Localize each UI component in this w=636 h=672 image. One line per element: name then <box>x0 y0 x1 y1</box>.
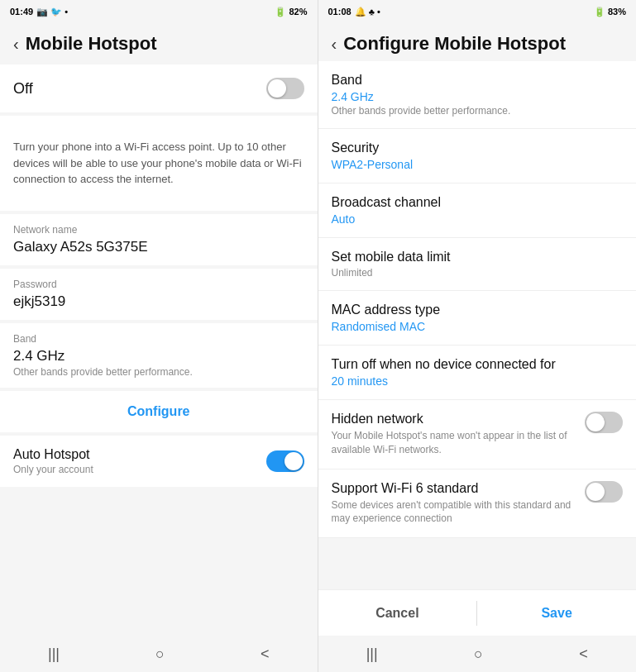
description-card: Turn your phone into a Wi-Fi access poin… <box>0 116 318 211</box>
band-config-row[interactable]: Band 2.4 GHz Other bands provide better … <box>318 61 637 129</box>
wifi6-sub: Some devices aren't compatible with this… <box>332 498 576 527</box>
password-section: Password ejkj5319 <box>0 269 318 320</box>
turnoff-config-title: Turn off when no device connected for <box>332 357 624 372</box>
broadcast-config-value: Auto <box>332 212 624 226</box>
security-config-value: WPA2-Personal <box>332 158 624 171</box>
left-home-button[interactable]: ○ <box>155 646 165 663</box>
band-config-sub: Other bands provide better performance. <box>332 105 624 117</box>
configure-button[interactable]: Configure <box>127 404 190 419</box>
wifi6-toggle[interactable] <box>585 481 623 503</box>
left-battery-icon: 🔋 <box>275 7 286 17</box>
right-back-button[interactable]: ‹ <box>332 35 337 54</box>
right-page-title: Configure Mobile Hotspot <box>343 33 566 55</box>
mac-config-row[interactable]: MAC address type Randomised MAC <box>318 291 637 346</box>
security-config-title: Security <box>332 141 624 155</box>
left-icons: 📷 🐦 • <box>36 7 68 17</box>
left-recents-button[interactable]: ||| <box>48 646 60 663</box>
config-content: Band 2.4 GHz Other bands provide better … <box>318 61 637 589</box>
broadcast-config-row[interactable]: Broadcast channel Auto <box>318 183 637 238</box>
right-battery: 83% <box>608 7 626 17</box>
wifi6-row: Support Wi-Fi 6 standard Some devices ar… <box>318 469 637 539</box>
left-battery: 82% <box>289 7 307 17</box>
left-page-title: Mobile Hotspot <box>26 33 157 55</box>
left-screen-content: ‹ Mobile Hotspot Off Turn your phone int… <box>0 23 318 636</box>
auto-hotspot-info: Auto Hotspot Only your account <box>13 447 266 475</box>
hidden-network-info: Hidden network Your Mobile Hotspot's nam… <box>332 412 586 457</box>
password-label: Password <box>13 279 304 290</box>
turnoff-config-row[interactable]: Turn off when no device connected for 20… <box>318 346 637 400</box>
band-section: Band 2.4 GHz Other bands provide better … <box>0 323 318 388</box>
band-sub: Other bands provide better performance. <box>13 366 304 378</box>
hidden-network-title: Hidden network <box>332 412 576 427</box>
hidden-network-toggle[interactable] <box>585 412 623 433</box>
right-time: 01:08 <box>328 7 351 17</box>
band-config-title: Band <box>332 73 624 88</box>
data-limit-config-value: Unlimited <box>332 267 624 279</box>
right-icons: 🔔 ♣ • <box>355 7 380 17</box>
auto-hotspot-toggle[interactable] <box>266 450 304 472</box>
right-status-bar: 01:08 🔔 ♣ • 🔋 83% <box>318 0 637 23</box>
mac-config-title: MAC address type <box>332 303 624 317</box>
network-name-label: Network name <box>13 224 304 236</box>
wifi6-info: Support Wi-Fi 6 standard Some devices ar… <box>332 481 586 527</box>
wifi6-title: Support Wi-Fi 6 standard <box>332 481 576 496</box>
data-limit-config-row[interactable]: Set mobile data limit Unlimited <box>318 238 637 291</box>
configure-button-container: Configure <box>0 391 318 432</box>
band-config-value: 2.4 GHz <box>332 90 624 103</box>
right-nav-bar: ||| ○ < <box>318 636 637 672</box>
left-back-button[interactable]: ‹ <box>13 35 19 54</box>
band-label: Band <box>13 333 304 345</box>
hotspot-description: Turn your phone into a Wi-Fi access poin… <box>13 129 304 198</box>
security-config-row[interactable]: Security WPA2-Personal <box>318 129 637 183</box>
right-home-button[interactable]: ○ <box>474 646 483 663</box>
turnoff-config-value: 20 minutes <box>332 374 624 388</box>
left-back-nav-button[interactable]: < <box>261 646 270 663</box>
hotspot-toggle[interactable] <box>266 78 304 99</box>
right-back-nav-button[interactable]: < <box>579 646 588 663</box>
hotspot-toggle-label: Off <box>13 80 33 98</box>
mac-config-value: Randomised MAC <box>332 320 624 333</box>
hidden-network-sub: Your Mobile Hotspot's name won't appear … <box>332 429 576 457</box>
hotspot-toggle-row: Off <box>13 78 304 99</box>
save-button[interactable]: Save <box>477 593 636 634</box>
bottom-buttons: Cancel Save <box>318 589 637 636</box>
right-battery-icon: 🔋 <box>594 7 605 17</box>
left-status-bar: 01:49 📷 🐦 • 🔋 82% <box>0 0 318 23</box>
right-panel: 01:08 🔔 ♣ • 🔋 83% ‹ Configure Mobile Hot… <box>318 0 637 672</box>
hotspot-toggle-card: Off <box>0 64 318 112</box>
left-nav-bar: ||| ○ < <box>0 636 318 672</box>
right-top-bar: ‹ Configure Mobile Hotspot <box>318 23 637 61</box>
left-panel: 01:49 📷 🐦 • 🔋 82% ‹ Mobile Hotspot Off T… <box>0 0 318 672</box>
left-time: 01:49 <box>10 7 33 17</box>
auto-hotspot-card: Auto Hotspot Only your account <box>0 436 318 487</box>
band-value: 2.4 GHz <box>13 348 304 365</box>
network-name-value: Galaxy A52s 5G375E <box>13 239 304 255</box>
password-value: ejkj5319 <box>13 293 304 310</box>
auto-hotspot-sub: Only your account <box>13 464 266 475</box>
cancel-button[interactable]: Cancel <box>318 593 477 634</box>
left-top-bar: ‹ Mobile Hotspot <box>0 23 318 61</box>
auto-hotspot-title: Auto Hotspot <box>13 447 266 462</box>
hidden-network-row: Hidden network Your Mobile Hotspot's nam… <box>318 400 637 469</box>
broadcast-config-title: Broadcast channel <box>332 195 624 210</box>
network-name-section: Network name Galaxy A52s 5G375E <box>0 214 318 265</box>
right-recents-button[interactable]: ||| <box>366 646 378 663</box>
data-limit-config-title: Set mobile data limit <box>332 250 624 265</box>
